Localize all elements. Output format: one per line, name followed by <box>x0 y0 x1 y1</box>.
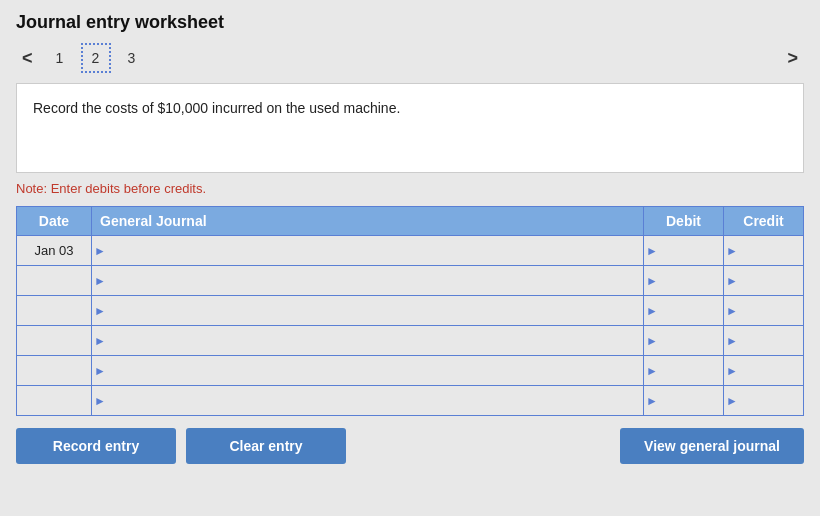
arrow-icon-c1: ► <box>726 244 738 258</box>
cell-debit-3[interactable]: ► <box>644 296 724 326</box>
table-row: ► ► ► <box>17 356 804 386</box>
journal-table: Date General Journal Debit Credit Jan 03… <box>16 206 804 416</box>
cell-date-3 <box>17 296 92 326</box>
pagination-page-3[interactable]: 3 <box>117 43 147 73</box>
pagination-right-arrow[interactable]: > <box>781 46 804 71</box>
cell-credit-1[interactable]: ► <box>724 236 804 266</box>
cell-date-5 <box>17 356 92 386</box>
col-header-date: Date <box>17 207 92 236</box>
instruction-box: Record the costs of $10,000 incurred on … <box>16 83 804 173</box>
arrow-icon-d1: ► <box>646 244 658 258</box>
pagination-left-arrow[interactable]: < <box>16 46 39 71</box>
cell-journal-4[interactable]: ► <box>92 326 644 356</box>
arrow-icon-c3: ► <box>726 304 738 318</box>
col-header-debit: Debit <box>644 207 724 236</box>
arrow-icon-3: ► <box>94 304 106 318</box>
instruction-text: Record the costs of $10,000 incurred on … <box>33 100 400 116</box>
arrow-icon-c6: ► <box>726 394 738 408</box>
arrow-icon-c4: ► <box>726 334 738 348</box>
cell-debit-5[interactable]: ► <box>644 356 724 386</box>
arrow-icon-2: ► <box>94 274 106 288</box>
page-title: Journal entry worksheet <box>16 12 804 33</box>
table-row: ► ► ► <box>17 296 804 326</box>
cell-journal-3[interactable]: ► <box>92 296 644 326</box>
cell-journal-1[interactable]: ► <box>92 236 644 266</box>
pagination-page-1[interactable]: 1 <box>45 43 75 73</box>
cell-credit-5[interactable]: ► <box>724 356 804 386</box>
table-row: ► ► ► <box>17 266 804 296</box>
cell-credit-3[interactable]: ► <box>724 296 804 326</box>
arrow-icon-d6: ► <box>646 394 658 408</box>
cell-journal-5[interactable]: ► <box>92 356 644 386</box>
col-header-general-journal: General Journal <box>92 207 644 236</box>
cell-credit-4[interactable]: ► <box>724 326 804 356</box>
arrow-icon-1: ► <box>94 244 106 258</box>
cell-date-1: Jan 03 <box>17 236 92 266</box>
cell-journal-6[interactable]: ► <box>92 386 644 416</box>
table-row: ► ► ► <box>17 386 804 416</box>
cell-date-4 <box>17 326 92 356</box>
col-header-credit: Credit <box>724 207 804 236</box>
cell-debit-1[interactable]: ► <box>644 236 724 266</box>
cell-debit-4[interactable]: ► <box>644 326 724 356</box>
table-row: Jan 03 ► ► ► <box>17 236 804 266</box>
note-text: Note: Enter debits before credits. <box>16 181 804 196</box>
arrow-icon-5: ► <box>94 364 106 378</box>
record-entry-button[interactable]: Record entry <box>16 428 176 464</box>
arrow-icon-d5: ► <box>646 364 658 378</box>
view-general-journal-button[interactable]: View general journal <box>620 428 804 464</box>
cell-journal-2[interactable]: ► <box>92 266 644 296</box>
arrow-icon-d4: ► <box>646 334 658 348</box>
table-row: ► ► ► <box>17 326 804 356</box>
clear-entry-button[interactable]: Clear entry <box>186 428 346 464</box>
cell-credit-6[interactable]: ► <box>724 386 804 416</box>
pagination-page-2[interactable]: 2 <box>81 43 111 73</box>
arrow-icon-4: ► <box>94 334 106 348</box>
cell-date-6 <box>17 386 92 416</box>
cell-credit-2[interactable]: ► <box>724 266 804 296</box>
cell-date-2 <box>17 266 92 296</box>
arrow-icon-d3: ► <box>646 304 658 318</box>
arrow-icon-c2: ► <box>726 274 738 288</box>
cell-debit-2[interactable]: ► <box>644 266 724 296</box>
arrow-icon-c5: ► <box>726 364 738 378</box>
arrow-icon-d2: ► <box>646 274 658 288</box>
buttons-bar: Record entry Clear entry View general jo… <box>16 428 804 464</box>
arrow-icon-6: ► <box>94 394 106 408</box>
left-buttons: Record entry Clear entry <box>16 428 346 464</box>
pagination: < 1 2 3 > <box>16 43 804 73</box>
cell-debit-6[interactable]: ► <box>644 386 724 416</box>
